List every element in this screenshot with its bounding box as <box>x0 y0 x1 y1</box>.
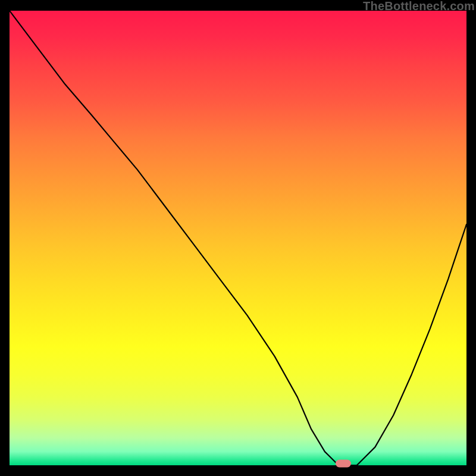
bottleneck-curve <box>10 11 466 465</box>
plot-area <box>10 11 466 465</box>
chart-container: TheBottleneck.com <box>0 0 476 476</box>
watermark-label: TheBottleneck.com <box>363 0 475 13</box>
minimum-marker <box>336 460 351 468</box>
